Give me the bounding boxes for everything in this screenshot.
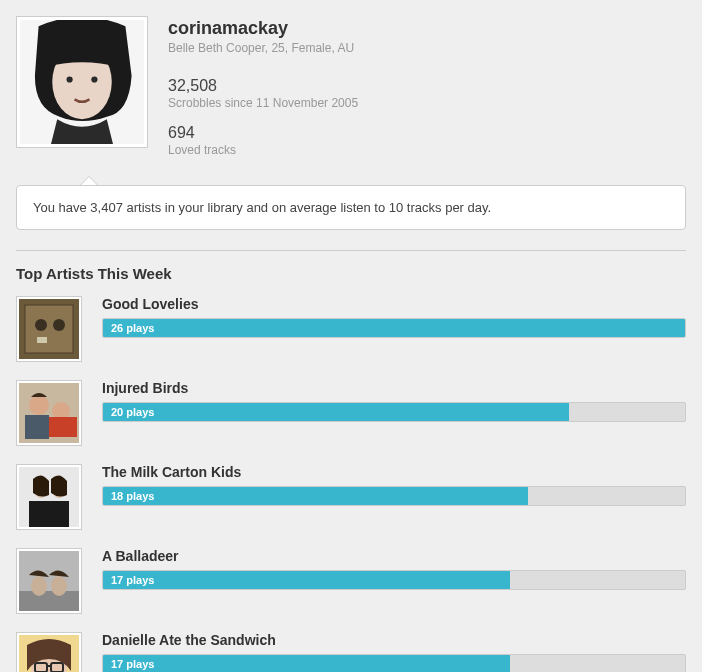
artist-row: Injured Birds20 plays [16,380,686,446]
svg-rect-5 [25,305,73,353]
artist-thumb[interactable] [16,380,82,446]
artist-row: The Milk Carton Kids18 plays [16,464,686,530]
artist-name[interactable]: Danielle Ate the Sandwich [102,632,686,648]
artist-name[interactable]: A Balladeer [102,548,686,564]
callout-arrow-icon [80,176,98,185]
artist-thumb[interactable] [16,464,82,530]
artist-row: Good Lovelies26 plays [16,296,686,362]
artist-name[interactable]: The Milk Carton Kids [102,464,686,480]
plays-bar-track: 17 plays [102,570,686,590]
username[interactable]: corinamackay [168,18,358,39]
svg-point-3 [91,76,97,82]
artist-thumb[interactable] [16,632,82,672]
artist-name[interactable]: Injured Birds [102,380,686,396]
plays-bar-track: 17 plays [102,654,686,672]
artist-thumb[interactable] [16,296,82,362]
svg-point-10 [29,395,49,415]
plays-bar-track: 26 plays [102,318,686,338]
svg-rect-17 [29,501,69,527]
svg-rect-13 [25,415,49,439]
artist-row: A Balladeer17 plays [16,548,686,614]
top-artists-list: Good Lovelies26 playsInjured Birds20 pla… [16,296,686,672]
svg-point-8 [53,319,65,331]
plays-bar-fill: 17 plays [103,571,510,589]
artist-info: Injured Birds20 plays [102,380,686,446]
svg-point-7 [35,319,47,331]
scrobbles-count: 32,508 [168,77,358,95]
plays-bar-fill: 18 plays [103,487,528,505]
section-title: Top Artists This Week [16,265,686,282]
artist-row: Danielle Ate the Sandwich17 plays [16,632,686,672]
svg-rect-6 [37,337,47,343]
artist-info: A Balladeer17 plays [102,548,686,614]
svg-rect-12 [47,417,77,437]
artist-info: The Milk Carton Kids18 plays [102,464,686,530]
plays-bar-fill: 17 plays [103,655,510,672]
plays-bar-fill: 26 plays [103,319,685,337]
svg-point-2 [67,76,73,82]
artist-info: Good Lovelies26 plays [102,296,686,362]
plays-bar-track: 20 plays [102,402,686,422]
svg-point-20 [51,576,67,596]
artist-name[interactable]: Good Lovelies [102,296,686,312]
artist-thumb[interactable] [16,548,82,614]
scrobbles-label: Scrobbles since 11 November 2005 [168,96,358,110]
profile-subline: Belle Beth Cooper, 25, Female, AU [168,41,358,55]
avatar[interactable] [16,16,148,148]
callout-text: You have 3,407 artists in your library a… [16,185,686,230]
plays-bar-fill: 20 plays [103,403,569,421]
loved-label: Loved tracks [168,143,358,157]
plays-bar-track: 18 plays [102,486,686,506]
svg-point-19 [31,576,47,596]
profile-header: corinamackay Belle Beth Cooper, 25, Fema… [16,16,686,171]
divider [16,250,686,251]
loved-count: 694 [168,124,358,142]
artist-info: Danielle Ate the Sandwich17 plays [102,632,686,672]
profile-info: corinamackay Belle Beth Cooper, 25, Fema… [168,16,358,171]
library-stats-callout: You have 3,407 artists in your library a… [16,185,686,230]
